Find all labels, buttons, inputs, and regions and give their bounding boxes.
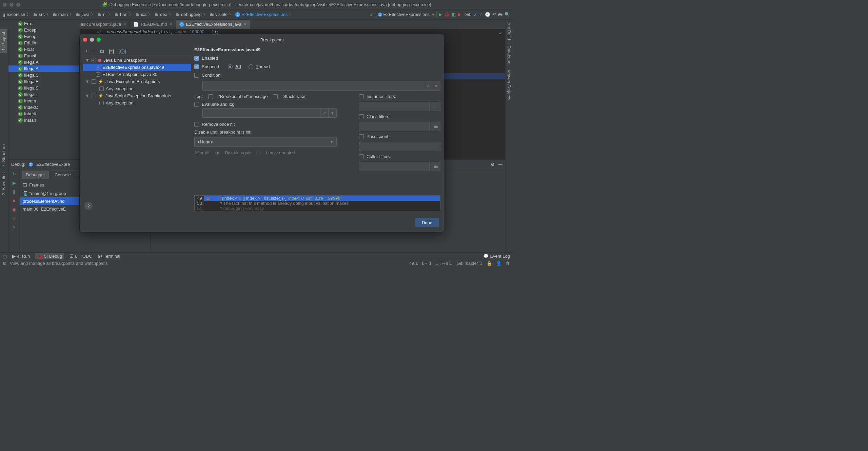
project-item[interactable]: CIllegalS bbox=[8, 85, 80, 91]
browse-button[interactable]: 🖿 bbox=[431, 122, 440, 131]
breadcrumb-item[interactable]: 🖿visible〉 bbox=[210, 12, 233, 18]
project-item[interactable]: CFloat bbox=[8, 46, 80, 53]
bp-item[interactable]: Any exception bbox=[83, 85, 191, 92]
git-pull-icon[interactable]: ↙ bbox=[473, 12, 477, 17]
suspend-checkbox[interactable] bbox=[194, 64, 199, 69]
add-icon[interactable]: + bbox=[85, 48, 88, 54]
disable-until-select[interactable]: <None> bbox=[194, 137, 337, 147]
project-item[interactable]: CFdLibr bbox=[8, 40, 80, 46]
dialog-titlebar[interactable]: Breakpoints bbox=[80, 34, 444, 45]
stop-icon[interactable]: ■ bbox=[458, 12, 460, 17]
breakpoints-tree[interactable]: ▼Java Line Breakpoints E2EffectiveExpres… bbox=[83, 55, 191, 202]
class-filters-input[interactable] bbox=[359, 122, 430, 131]
debug-icon[interactable]: 🐞 bbox=[444, 12, 450, 17]
close-icon[interactable]: ✕ bbox=[243, 22, 246, 26]
checkbox[interactable] bbox=[92, 94, 96, 98]
trash-icon[interactable]: 🗑 bbox=[506, 261, 510, 266]
inspection-ok-icon[interactable]: ✓ bbox=[499, 31, 502, 36]
more-button[interactable]: … bbox=[431, 102, 440, 111]
breakpoints-icon[interactable]: ◉ bbox=[11, 206, 18, 213]
radio-thread[interactable] bbox=[249, 64, 253, 69]
gutter-project[interactable]: 1: Project bbox=[0, 29, 7, 53]
breadcrumb-item[interactable]: 🖿han〉 bbox=[114, 12, 133, 18]
group-by-file-icon[interactable]: 🗀 bbox=[100, 48, 104, 54]
log-bp-hit-checkbox[interactable] bbox=[208, 94, 213, 99]
project-item[interactable]: CInherit bbox=[8, 111, 80, 117]
git-branch[interactable]: Git: master ⇅ bbox=[456, 261, 482, 266]
project-item[interactable]: CInstan bbox=[8, 117, 80, 123]
tw-run[interactable]: ▶ 4: Run bbox=[12, 254, 30, 259]
coverage-icon[interactable]: ◧ bbox=[452, 12, 456, 17]
pass-count-input[interactable] bbox=[359, 142, 440, 151]
lock-icon[interactable]: 🔒 bbox=[487, 261, 492, 266]
project-item[interactable]: CIllegalA bbox=[8, 65, 80, 72]
group-by-class-icon[interactable]: [◯] bbox=[119, 48, 126, 54]
dropdown-icon[interactable]: ▾ bbox=[432, 81, 440, 90]
build-icon[interactable]: ↙ bbox=[370, 12, 374, 17]
gear-icon[interactable]: ⚙ bbox=[491, 162, 495, 167]
breadcrumb-item[interactable]: 🖿dea〉 bbox=[154, 12, 173, 18]
gutter-structure[interactable]: 7: Structure bbox=[0, 141, 7, 170]
project-item[interactable]: CExcep bbox=[8, 27, 80, 33]
bp-group[interactable]: ▼⚡Java Exception Breakpoints bbox=[83, 78, 191, 85]
caller-filters-row[interactable]: Caller filters: bbox=[359, 154, 440, 159]
browse-button[interactable]: 🖿 bbox=[431, 162, 440, 171]
bp-item[interactable]: E1BasicBreakpoints.java:30 bbox=[83, 71, 191, 78]
rerun-icon[interactable]: ↻ bbox=[11, 171, 18, 177]
run-config-select[interactable]: CE2EffectiveExpressions bbox=[376, 11, 437, 18]
checkbox[interactable] bbox=[92, 79, 96, 84]
group-by-package-icon[interactable]: [≡] bbox=[109, 48, 114, 54]
tab-debugger[interactable]: Debugger bbox=[22, 171, 49, 179]
dialog-close[interactable] bbox=[83, 38, 87, 42]
project-item[interactable]: CIllegalC bbox=[8, 72, 80, 78]
dialog-zoom[interactable] bbox=[97, 38, 101, 42]
gutter-favorites[interactable]: 2: Favorites bbox=[0, 170, 7, 198]
checkbox[interactable] bbox=[92, 58, 96, 62]
tw-terminal[interactable]: 🖳 Terminal bbox=[98, 254, 120, 259]
stop-icon[interactable]: ■ bbox=[11, 197, 18, 204]
project-tree[interactable]: CErrorCExcepCExcepCFdLibrCFloatCFunctiCI… bbox=[8, 20, 80, 159]
checkbox[interactable] bbox=[96, 72, 100, 77]
bp-group[interactable]: ▼Java Line Breakpoints bbox=[83, 57, 191, 64]
project-item[interactable]: CFuncti bbox=[8, 53, 80, 59]
hide-icon[interactable]: — bbox=[498, 162, 502, 167]
line-sep[interactable]: LF ⇅ bbox=[422, 261, 431, 266]
project-item[interactable]: CIllegalA bbox=[8, 59, 80, 65]
window-min[interactable] bbox=[9, 3, 14, 7]
close-icon[interactable]: ✕ bbox=[123, 22, 126, 26]
close-icon[interactable]: ✕ bbox=[169, 22, 172, 26]
project-item[interactable]: CIndexC bbox=[8, 104, 80, 111]
caret-pos[interactable]: 49:1 bbox=[409, 261, 418, 266]
done-button[interactable]: Done bbox=[415, 218, 439, 227]
gutter-db[interactable]: Database bbox=[506, 43, 513, 67]
caller-filters-input[interactable] bbox=[359, 162, 430, 171]
mute-bp-icon[interactable]: ⦸ bbox=[11, 215, 18, 221]
checkbox[interactable] bbox=[99, 86, 104, 91]
project-item[interactable]: CIllegalF bbox=[8, 78, 80, 85]
log-stack-checkbox[interactable] bbox=[273, 94, 278, 99]
breadcrumb-item[interactable]: 🖿main〉 bbox=[53, 12, 74, 18]
class-filters-row[interactable]: Class filters: bbox=[359, 114, 440, 119]
project-item[interactable]: CExcep bbox=[8, 33, 80, 40]
project-item[interactable]: CIllegalT bbox=[8, 91, 80, 98]
encoding[interactable]: UTF-8 ⇅ bbox=[436, 261, 453, 266]
checkbox[interactable] bbox=[99, 101, 104, 105]
tw-eventlog[interactable]: 💬 Event Log bbox=[483, 254, 510, 259]
tab-readme[interactable]: 📄README.md✕ bbox=[130, 20, 176, 29]
expand-icon[interactable]: ⤢ bbox=[320, 109, 328, 117]
breadcrumb-item[interactable]: 🖿src〉 bbox=[33, 12, 50, 18]
window-close[interactable] bbox=[3, 3, 7, 7]
pass-count-row[interactable]: Pass count: bbox=[359, 134, 440, 139]
eval-input[interactable]: ⤢▾ bbox=[202, 108, 337, 118]
gutter-ant[interactable]: Ant Build bbox=[506, 20, 513, 43]
window-max[interactable] bbox=[16, 3, 20, 7]
pause-icon[interactable]: ‖ bbox=[11, 188, 18, 195]
breadcrumb-item[interactable]: 🖿ica〉 bbox=[135, 12, 153, 18]
search-icon[interactable]: 🔍 bbox=[505, 12, 510, 17]
tab-e2[interactable]: CE2EffectiveExpressions.java✕ bbox=[176, 20, 251, 29]
instance-filters-row[interactable]: Instance filters: bbox=[359, 94, 440, 99]
help-button[interactable]: ? bbox=[84, 202, 93, 210]
tw-debug[interactable]: 🐞 5: Debug bbox=[35, 253, 64, 259]
breadcrumb-item[interactable]: 🖿debugging〉 bbox=[175, 12, 208, 18]
status-icon[interactable]: 🗎 bbox=[3, 261, 7, 266]
